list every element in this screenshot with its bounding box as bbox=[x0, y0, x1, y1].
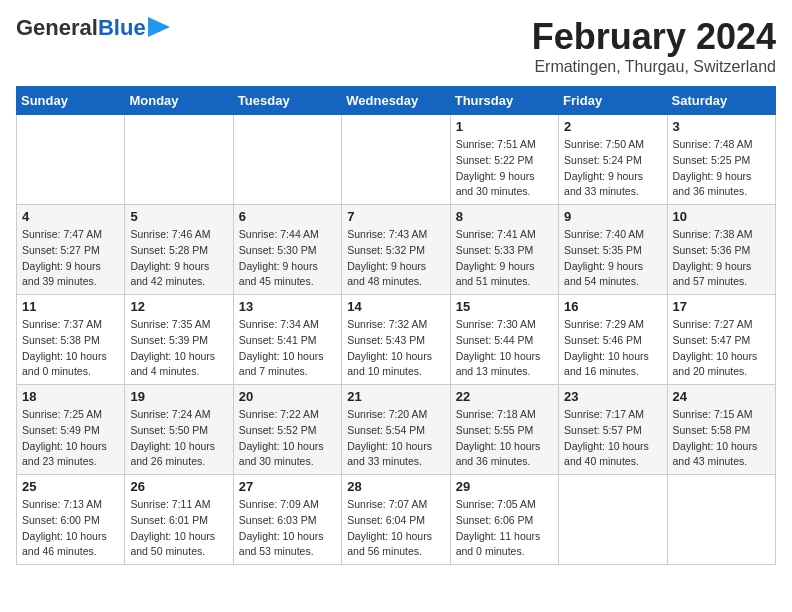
logo-text: GeneralBlue bbox=[16, 16, 146, 40]
day-number: 16 bbox=[564, 299, 661, 314]
calendar-body: 1Sunrise: 7:51 AM Sunset: 5:22 PM Daylig… bbox=[17, 115, 776, 565]
day-info: Sunrise: 7:51 AM Sunset: 5:22 PM Dayligh… bbox=[456, 137, 553, 200]
day-number: 12 bbox=[130, 299, 227, 314]
weekday-thursday: Thursday bbox=[450, 87, 558, 115]
weekday-tuesday: Tuesday bbox=[233, 87, 341, 115]
day-info: Sunrise: 7:09 AM Sunset: 6:03 PM Dayligh… bbox=[239, 497, 336, 560]
svg-marker-0 bbox=[148, 17, 170, 37]
calendar-cell: 20Sunrise: 7:22 AM Sunset: 5:52 PM Dayli… bbox=[233, 385, 341, 475]
calendar-cell: 3Sunrise: 7:48 AM Sunset: 5:25 PM Daylig… bbox=[667, 115, 775, 205]
day-info: Sunrise: 7:43 AM Sunset: 5:32 PM Dayligh… bbox=[347, 227, 444, 290]
day-number: 5 bbox=[130, 209, 227, 224]
day-info: Sunrise: 7:38 AM Sunset: 5:36 PM Dayligh… bbox=[673, 227, 770, 290]
day-info: Sunrise: 7:24 AM Sunset: 5:50 PM Dayligh… bbox=[130, 407, 227, 470]
calendar-cell: 25Sunrise: 7:13 AM Sunset: 6:00 PM Dayli… bbox=[17, 475, 125, 565]
day-info: Sunrise: 7:46 AM Sunset: 5:28 PM Dayligh… bbox=[130, 227, 227, 290]
calendar-cell: 5Sunrise: 7:46 AM Sunset: 5:28 PM Daylig… bbox=[125, 205, 233, 295]
day-info: Sunrise: 7:15 AM Sunset: 5:58 PM Dayligh… bbox=[673, 407, 770, 470]
calendar-week-row: 1Sunrise: 7:51 AM Sunset: 5:22 PM Daylig… bbox=[17, 115, 776, 205]
day-info: Sunrise: 7:50 AM Sunset: 5:24 PM Dayligh… bbox=[564, 137, 661, 200]
day-number: 3 bbox=[673, 119, 770, 134]
weekday-sunday: Sunday bbox=[17, 87, 125, 115]
day-number: 24 bbox=[673, 389, 770, 404]
calendar-week-row: 11Sunrise: 7:37 AM Sunset: 5:38 PM Dayli… bbox=[17, 295, 776, 385]
weekday-friday: Friday bbox=[559, 87, 667, 115]
month-title: February 2024 bbox=[532, 16, 776, 58]
logo-blue: Blue bbox=[98, 15, 146, 40]
day-number: 11 bbox=[22, 299, 119, 314]
day-number: 27 bbox=[239, 479, 336, 494]
day-number: 29 bbox=[456, 479, 553, 494]
location: Ermatingen, Thurgau, Switzerland bbox=[532, 58, 776, 76]
title-section: February 2024 Ermatingen, Thurgau, Switz… bbox=[532, 16, 776, 76]
calendar-cell: 12Sunrise: 7:35 AM Sunset: 5:39 PM Dayli… bbox=[125, 295, 233, 385]
calendar-cell: 26Sunrise: 7:11 AM Sunset: 6:01 PM Dayli… bbox=[125, 475, 233, 565]
calendar-cell: 15Sunrise: 7:30 AM Sunset: 5:44 PM Dayli… bbox=[450, 295, 558, 385]
calendar-cell: 21Sunrise: 7:20 AM Sunset: 5:54 PM Dayli… bbox=[342, 385, 450, 475]
calendar-cell: 2Sunrise: 7:50 AM Sunset: 5:24 PM Daylig… bbox=[559, 115, 667, 205]
day-number: 17 bbox=[673, 299, 770, 314]
logo: GeneralBlue bbox=[16, 16, 170, 40]
day-number: 22 bbox=[456, 389, 553, 404]
day-number: 18 bbox=[22, 389, 119, 404]
calendar-cell: 10Sunrise: 7:38 AM Sunset: 5:36 PM Dayli… bbox=[667, 205, 775, 295]
weekday-monday: Monday bbox=[125, 87, 233, 115]
calendar-cell: 22Sunrise: 7:18 AM Sunset: 5:55 PM Dayli… bbox=[450, 385, 558, 475]
weekday-header-row: SundayMondayTuesdayWednesdayThursdayFrid… bbox=[17, 87, 776, 115]
day-info: Sunrise: 7:27 AM Sunset: 5:47 PM Dayligh… bbox=[673, 317, 770, 380]
day-info: Sunrise: 7:13 AM Sunset: 6:00 PM Dayligh… bbox=[22, 497, 119, 560]
day-number: 14 bbox=[347, 299, 444, 314]
calendar-table: SundayMondayTuesdayWednesdayThursdayFrid… bbox=[16, 86, 776, 565]
day-number: 19 bbox=[130, 389, 227, 404]
day-number: 25 bbox=[22, 479, 119, 494]
calendar-cell: 7Sunrise: 7:43 AM Sunset: 5:32 PM Daylig… bbox=[342, 205, 450, 295]
calendar-cell bbox=[559, 475, 667, 565]
weekday-saturday: Saturday bbox=[667, 87, 775, 115]
day-info: Sunrise: 7:32 AM Sunset: 5:43 PM Dayligh… bbox=[347, 317, 444, 380]
day-number: 2 bbox=[564, 119, 661, 134]
calendar-cell bbox=[125, 115, 233, 205]
day-number: 21 bbox=[347, 389, 444, 404]
day-info: Sunrise: 7:47 AM Sunset: 5:27 PM Dayligh… bbox=[22, 227, 119, 290]
calendar-cell: 24Sunrise: 7:15 AM Sunset: 5:58 PM Dayli… bbox=[667, 385, 775, 475]
day-info: Sunrise: 7:37 AM Sunset: 5:38 PM Dayligh… bbox=[22, 317, 119, 380]
day-info: Sunrise: 7:22 AM Sunset: 5:52 PM Dayligh… bbox=[239, 407, 336, 470]
day-number: 10 bbox=[673, 209, 770, 224]
calendar-cell: 18Sunrise: 7:25 AM Sunset: 5:49 PM Dayli… bbox=[17, 385, 125, 475]
calendar-cell: 29Sunrise: 7:05 AM Sunset: 6:06 PM Dayli… bbox=[450, 475, 558, 565]
day-number: 4 bbox=[22, 209, 119, 224]
day-info: Sunrise: 7:07 AM Sunset: 6:04 PM Dayligh… bbox=[347, 497, 444, 560]
calendar-cell: 1Sunrise: 7:51 AM Sunset: 5:22 PM Daylig… bbox=[450, 115, 558, 205]
day-info: Sunrise: 7:41 AM Sunset: 5:33 PM Dayligh… bbox=[456, 227, 553, 290]
logo-arrow-icon bbox=[148, 17, 170, 37]
day-number: 28 bbox=[347, 479, 444, 494]
page-header: GeneralBlue February 2024 Ermatingen, Th… bbox=[16, 16, 776, 76]
calendar-cell: 16Sunrise: 7:29 AM Sunset: 5:46 PM Dayli… bbox=[559, 295, 667, 385]
logo-general: General bbox=[16, 15, 98, 40]
calendar-cell bbox=[667, 475, 775, 565]
calendar-week-row: 4Sunrise: 7:47 AM Sunset: 5:27 PM Daylig… bbox=[17, 205, 776, 295]
day-number: 8 bbox=[456, 209, 553, 224]
calendar-cell bbox=[233, 115, 341, 205]
day-info: Sunrise: 7:11 AM Sunset: 6:01 PM Dayligh… bbox=[130, 497, 227, 560]
calendar-cell bbox=[342, 115, 450, 205]
calendar-cell: 19Sunrise: 7:24 AM Sunset: 5:50 PM Dayli… bbox=[125, 385, 233, 475]
day-number: 13 bbox=[239, 299, 336, 314]
day-info: Sunrise: 7:30 AM Sunset: 5:44 PM Dayligh… bbox=[456, 317, 553, 380]
calendar-cell: 8Sunrise: 7:41 AM Sunset: 5:33 PM Daylig… bbox=[450, 205, 558, 295]
calendar-cell: 28Sunrise: 7:07 AM Sunset: 6:04 PM Dayli… bbox=[342, 475, 450, 565]
day-info: Sunrise: 7:34 AM Sunset: 5:41 PM Dayligh… bbox=[239, 317, 336, 380]
calendar-cell: 11Sunrise: 7:37 AM Sunset: 5:38 PM Dayli… bbox=[17, 295, 125, 385]
day-info: Sunrise: 7:25 AM Sunset: 5:49 PM Dayligh… bbox=[22, 407, 119, 470]
day-number: 7 bbox=[347, 209, 444, 224]
day-info: Sunrise: 7:48 AM Sunset: 5:25 PM Dayligh… bbox=[673, 137, 770, 200]
calendar-cell: 27Sunrise: 7:09 AM Sunset: 6:03 PM Dayli… bbox=[233, 475, 341, 565]
calendar-cell: 17Sunrise: 7:27 AM Sunset: 5:47 PM Dayli… bbox=[667, 295, 775, 385]
calendar-cell: 13Sunrise: 7:34 AM Sunset: 5:41 PM Dayli… bbox=[233, 295, 341, 385]
day-number: 26 bbox=[130, 479, 227, 494]
day-number: 6 bbox=[239, 209, 336, 224]
day-info: Sunrise: 7:20 AM Sunset: 5:54 PM Dayligh… bbox=[347, 407, 444, 470]
day-info: Sunrise: 7:29 AM Sunset: 5:46 PM Dayligh… bbox=[564, 317, 661, 380]
day-number: 23 bbox=[564, 389, 661, 404]
day-info: Sunrise: 7:05 AM Sunset: 6:06 PM Dayligh… bbox=[456, 497, 553, 560]
